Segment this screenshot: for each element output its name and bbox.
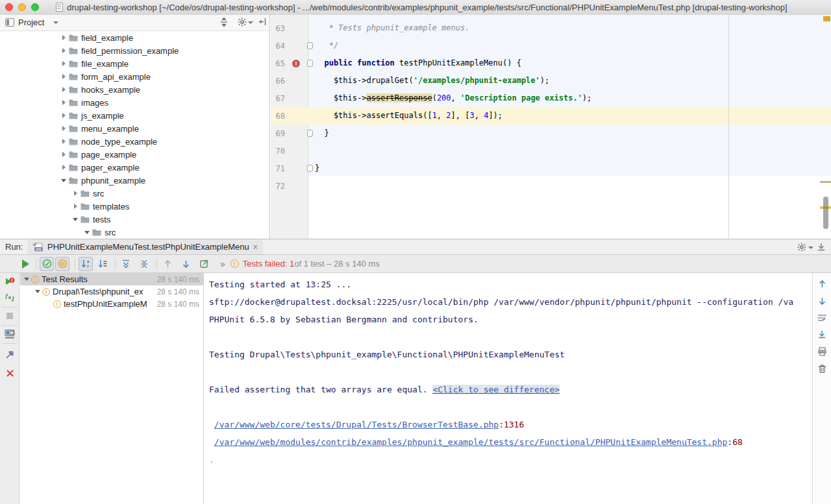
line-number[interactable]: 69 <box>271 129 285 138</box>
tree-item-hooks_example[interactable]: hooks_example <box>0 83 269 96</box>
console-hyperlink[interactable]: <Click to see difference> <box>432 385 560 394</box>
error-stripe-summary[interactable] <box>823 16 830 21</box>
line-number[interactable]: 65 <box>271 59 285 68</box>
chevron-right-icon[interactable] <box>62 35 66 40</box>
line-number[interactable]: 71 <box>271 164 285 173</box>
fold-marker-icon[interactable] <box>307 130 313 137</box>
chevron-right-icon[interactable] <box>62 113 66 118</box>
fold-marker-icon[interactable] <box>307 60 313 67</box>
chevron-right-icon[interactable] <box>62 87 66 92</box>
code-line-68[interactable]: 68 $this->assertEquals([1, 2], [3, 4]); <box>271 107 831 125</box>
line-number[interactable]: 63 <box>271 24 285 33</box>
chevron-right-icon[interactable] <box>62 100 66 105</box>
tree-item-menu_example[interactable]: menu_example <box>0 122 269 135</box>
tree-item-file_example[interactable]: file_example <box>0 57 269 70</box>
chevron-right-icon[interactable] <box>62 61 66 66</box>
test-node[interactable]: !testPhpUnitExampleM28 s 140 ms <box>20 298 203 310</box>
test-node[interactable]: !Drupal\Tests\phpunit_ex28 s 140 ms <box>20 285 203 298</box>
show-passed-toggle[interactable] <box>40 257 54 271</box>
down-stack-trace-icon[interactable] <box>813 296 831 306</box>
more-actions-chevrons[interactable]: » <box>220 259 225 269</box>
rerun-failed-tests-icon[interactable]: ! <box>0 277 19 287</box>
console-hyperlink[interactable]: /var/www/web/core/tests/Drupal/Tests/Bro… <box>214 420 499 429</box>
tree-item-node_type_example[interactable]: node_type_example <box>0 135 269 148</box>
code-line-65[interactable]: 65! public function testPhpUnitExampleMe… <box>271 54 831 72</box>
chevron-down-icon[interactable] <box>35 290 40 293</box>
code-editor[interactable]: 63 * Tests phpunit_example menus.64 */65… <box>271 15 831 239</box>
panel-divider[interactable] <box>203 273 204 504</box>
chevron-down-icon[interactable] <box>84 231 90 234</box>
pin-tab-icon[interactable] <box>0 350 19 359</box>
code-line-69[interactable]: 69 } <box>271 125 831 142</box>
tree-item-page_example[interactable]: page_example <box>0 148 269 161</box>
chevron-right-icon[interactable] <box>74 191 77 196</box>
tree-item-field_permission_example[interactable]: field_permission_example <box>0 44 269 57</box>
sort-alphabetically-toggle[interactable]: az <box>79 257 93 271</box>
code-line-67[interactable]: 67 $this->assertResponse(200, 'Descripti… <box>271 90 831 107</box>
chevron-right-icon[interactable] <box>62 152 66 157</box>
fold-marker-icon[interactable] <box>307 42 313 49</box>
fold-marker-icon[interactable] <box>307 165 313 172</box>
console-hyperlink[interactable]: /var/www/web/modules/contrib/examples/ph… <box>214 437 728 447</box>
tree-item-images[interactable]: images <box>0 96 269 109</box>
line-number[interactable]: 72 <box>271 182 285 191</box>
expand-all-button[interactable] <box>119 257 133 271</box>
chevron-down-icon[interactable] <box>73 218 78 221</box>
collapse-all-icon[interactable] <box>219 18 229 27</box>
chevron-right-icon[interactable] <box>62 48 66 53</box>
tree-item-form_api_example[interactable]: form_api_example <box>0 70 269 83</box>
chevron-down-icon[interactable] <box>24 278 29 281</box>
line-number[interactable]: 68 <box>271 112 285 121</box>
clear-console-icon[interactable] <box>813 364 831 373</box>
export-test-results-button[interactable] <box>197 257 211 271</box>
line-number[interactable]: 64 <box>271 42 285 51</box>
project-panel-title[interactable]: Project <box>18 18 44 27</box>
sort-by-duration-button[interactable] <box>95 257 110 271</box>
test-node[interactable]: !Test Results28 s 140 ms <box>20 273 203 285</box>
tree-item-field_example[interactable]: field_example <box>0 31 269 44</box>
test-console[interactable]: Testing started at 13:25 ...sftp://docke… <box>205 273 812 504</box>
close-window-button[interactable] <box>5 3 13 11</box>
tree-item-templates[interactable]: templates <box>0 200 269 213</box>
line-number[interactable]: 67 <box>271 94 285 103</box>
show-ignored-toggle[interactable] <box>55 257 69 271</box>
code-line-66[interactable]: 66 $this->drupalGet('/examples/phpunit-e… <box>271 72 831 90</box>
close-icon[interactable] <box>0 369 19 378</box>
chevron-right-icon[interactable] <box>62 165 66 170</box>
code-line-72[interactable]: 72 <box>271 177 831 195</box>
gear-icon[interactable] <box>238 18 247 27</box>
code-line-63[interactable]: 63 * Tests phpunit_example menus. <box>271 19 831 37</box>
code-line-71[interactable]: 71} <box>271 160 831 177</box>
close-tab-icon[interactable]: × <box>253 243 258 252</box>
tree-item-src[interactable]: src <box>0 226 269 239</box>
minimize-window-button[interactable] <box>18 3 26 11</box>
tree-item-js_example[interactable]: js_example <box>0 109 269 122</box>
code-line-64[interactable]: 64 */ <box>271 37 831 54</box>
hide-toolwindow-icon[interactable] <box>817 243 826 252</box>
test-failed-gutter-icon[interactable]: ! <box>292 60 300 67</box>
rerun-icon[interactable] <box>0 293 19 303</box>
chevron-right-icon[interactable] <box>62 74 66 79</box>
line-number[interactable]: 70 <box>271 147 285 156</box>
restore-layout-icon[interactable] <box>0 330 19 339</box>
tree-item-phpunit_example[interactable]: phpunit_example <box>0 174 269 187</box>
run-config-tab[interactable]: php PHPUnitExampleMenuTest.testPhpUnitEx… <box>27 239 263 254</box>
soft-wrap-icon[interactable] <box>813 313 831 322</box>
previous-failed-test-button[interactable] <box>160 257 175 271</box>
collapse-all-button[interactable] <box>137 257 151 271</box>
chevron-right-icon[interactable] <box>62 126 66 131</box>
rerun-button[interactable] <box>18 257 32 271</box>
error-stripe-mark[interactable] <box>820 181 831 183</box>
print-icon[interactable] <box>813 347 831 356</box>
fullscreen-window-button[interactable] <box>31 3 39 11</box>
line-number[interactable]: 66 <box>271 77 285 86</box>
editor-scrollbar-thumb[interactable] <box>823 197 828 229</box>
tree-item-src[interactable]: src <box>0 187 269 200</box>
chevron-right-icon[interactable] <box>62 139 66 144</box>
up-stack-trace-icon[interactable] <box>813 280 831 289</box>
tree-item-pager_example[interactable]: pager_example <box>0 161 269 174</box>
gear-icon[interactable] <box>797 243 806 252</box>
scroll-to-end-icon[interactable] <box>813 330 831 339</box>
chevron-right-icon[interactable] <box>74 204 77 209</box>
tree-item-tests[interactable]: tests <box>0 213 269 226</box>
